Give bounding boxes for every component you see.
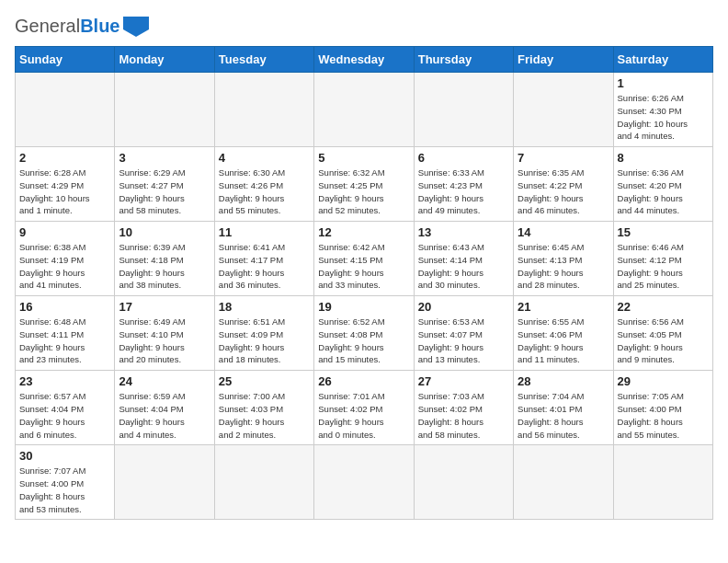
calendar-week-row: 9Sunrise: 6:38 AM Sunset: 4:19 PM Daylig… [16, 222, 713, 296]
day-info: Sunrise: 6:49 AM Sunset: 4:10 PM Dayligh… [119, 316, 210, 366]
calendar-cell [214, 445, 313, 520]
day-info: Sunrise: 6:33 AM Sunset: 4:23 PM Dayligh… [418, 167, 509, 217]
calendar-week-row: 16Sunrise: 6:48 AM Sunset: 4:11 PM Dayli… [16, 296, 713, 371]
calendar-cell [314, 445, 414, 520]
day-info: Sunrise: 6:28 AM Sunset: 4:29 PM Dayligh… [19, 167, 110, 217]
day-header-wednesday: Wednesday [314, 47, 414, 73]
calendar-cell: 18Sunrise: 6:51 AM Sunset: 4:09 PM Dayli… [214, 296, 313, 371]
calendar-cell: 25Sunrise: 7:00 AM Sunset: 4:03 PM Dayli… [214, 371, 313, 445]
day-info: Sunrise: 6:55 AM Sunset: 4:06 PM Dayligh… [518, 316, 609, 366]
calendar-cell: 15Sunrise: 6:46 AM Sunset: 4:12 PM Dayli… [613, 222, 712, 296]
day-header-tuesday: Tuesday [214, 47, 313, 73]
day-info: Sunrise: 7:01 AM Sunset: 4:02 PM Dayligh… [318, 390, 409, 441]
day-info: Sunrise: 6:56 AM Sunset: 4:05 PM Dayligh… [618, 316, 709, 366]
day-header-friday: Friday [514, 47, 613, 73]
day-info: Sunrise: 6:46 AM Sunset: 4:12 PM Dayligh… [618, 241, 709, 292]
calendar-cell [414, 73, 513, 147]
day-number: 2 [19, 151, 110, 165]
calendar-cell [514, 445, 613, 520]
calendar-cell: 2Sunrise: 6:28 AM Sunset: 4:29 PM Daylig… [16, 147, 115, 222]
day-number: 27 [418, 374, 509, 388]
calendar-cell: 24Sunrise: 6:59 AM Sunset: 4:04 PM Dayli… [115, 371, 214, 445]
day-number: 29 [618, 374, 709, 388]
day-info: Sunrise: 6:43 AM Sunset: 4:14 PM Dayligh… [418, 241, 509, 292]
day-number: 16 [19, 300, 110, 314]
day-number: 23 [19, 374, 110, 388]
day-number: 24 [119, 374, 210, 388]
day-number: 5 [318, 151, 409, 165]
day-info: Sunrise: 7:04 AM Sunset: 4:01 PM Dayligh… [518, 390, 609, 441]
logo: GeneralBlue [15, 15, 149, 37]
day-number: 13 [418, 225, 509, 239]
calendar-cell: 14Sunrise: 6:45 AM Sunset: 4:13 PM Dayli… [514, 222, 613, 296]
day-number: 18 [219, 300, 310, 314]
day-info: Sunrise: 6:32 AM Sunset: 4:25 PM Dayligh… [318, 167, 409, 217]
day-info: Sunrise: 6:53 AM Sunset: 4:07 PM Dayligh… [418, 316, 509, 366]
calendar-cell [314, 73, 414, 147]
calendar-week-row: 30Sunrise: 7:07 AM Sunset: 4:00 PM Dayli… [16, 445, 713, 520]
day-info: Sunrise: 6:36 AM Sunset: 4:20 PM Dayligh… [618, 167, 709, 217]
day-info: Sunrise: 7:00 AM Sunset: 4:03 PM Dayligh… [219, 390, 310, 441]
calendar-cell: 21Sunrise: 6:55 AM Sunset: 4:06 PM Dayli… [514, 296, 613, 371]
calendar-cell: 7Sunrise: 6:35 AM Sunset: 4:22 PM Daylig… [514, 147, 613, 222]
day-info: Sunrise: 6:39 AM Sunset: 4:18 PM Dayligh… [119, 241, 210, 292]
calendar-cell: 22Sunrise: 6:56 AM Sunset: 4:05 PM Dayli… [613, 296, 712, 371]
calendar-week-row: 23Sunrise: 6:57 AM Sunset: 4:04 PM Dayli… [16, 371, 713, 445]
day-number: 11 [219, 225, 310, 239]
logo-icon [123, 17, 149, 37]
calendar-cell [214, 73, 313, 147]
calendar-cell: 4Sunrise: 6:30 AM Sunset: 4:26 PM Daylig… [214, 147, 313, 222]
calendar-cell: 29Sunrise: 7:05 AM Sunset: 4:00 PM Dayli… [613, 371, 712, 445]
calendar-cell [514, 73, 613, 147]
day-number: 30 [19, 449, 110, 463]
day-number: 9 [19, 225, 110, 239]
day-number: 21 [518, 300, 609, 314]
calendar-cell: 11Sunrise: 6:41 AM Sunset: 4:17 PM Dayli… [214, 222, 313, 296]
day-number: 22 [618, 300, 709, 314]
day-header-thursday: Thursday [414, 47, 513, 73]
day-number: 14 [518, 225, 609, 239]
calendar-table: SundayMondayTuesdayWednesdayThursdayFrid… [15, 46, 713, 520]
day-number: 19 [318, 300, 409, 314]
day-info: Sunrise: 6:35 AM Sunset: 4:22 PM Dayligh… [518, 167, 609, 217]
calendar-cell: 5Sunrise: 6:32 AM Sunset: 4:25 PM Daylig… [314, 147, 414, 222]
day-number: 28 [518, 374, 609, 388]
day-info: Sunrise: 6:41 AM Sunset: 4:17 PM Dayligh… [219, 241, 310, 292]
calendar-cell: 12Sunrise: 6:42 AM Sunset: 4:15 PM Dayli… [314, 222, 414, 296]
calendar-header: SundayMondayTuesdayWednesdayThursdayFrid… [16, 47, 713, 73]
calendar-cell: 3Sunrise: 6:29 AM Sunset: 4:27 PM Daylig… [115, 147, 214, 222]
calendar-cell: 9Sunrise: 6:38 AM Sunset: 4:19 PM Daylig… [16, 222, 115, 296]
day-headers-row: SundayMondayTuesdayWednesdayThursdayFrid… [16, 47, 713, 73]
calendar-cell: 10Sunrise: 6:39 AM Sunset: 4:18 PM Dayli… [115, 222, 214, 296]
calendar-cell [16, 73, 115, 147]
calendar-cell: 20Sunrise: 6:53 AM Sunset: 4:07 PM Dayli… [414, 296, 513, 371]
day-info: Sunrise: 7:05 AM Sunset: 4:00 PM Dayligh… [618, 390, 709, 441]
calendar-cell: 23Sunrise: 6:57 AM Sunset: 4:04 PM Dayli… [16, 371, 115, 445]
calendar-cell: 13Sunrise: 6:43 AM Sunset: 4:14 PM Dayli… [414, 222, 513, 296]
calendar-cell: 30Sunrise: 7:07 AM Sunset: 4:00 PM Dayli… [16, 445, 115, 520]
day-number: 1 [618, 76, 709, 90]
calendar-week-row: 1Sunrise: 6:26 AM Sunset: 4:30 PM Daylig… [16, 73, 713, 147]
day-number: 12 [318, 225, 409, 239]
day-info: Sunrise: 6:29 AM Sunset: 4:27 PM Dayligh… [119, 167, 210, 217]
day-number: 7 [518, 151, 609, 165]
svg-marker-0 [123, 17, 149, 37]
day-number: 25 [219, 374, 310, 388]
calendar-cell [613, 445, 712, 520]
day-number: 26 [318, 374, 409, 388]
day-info: Sunrise: 7:03 AM Sunset: 4:02 PM Dayligh… [418, 390, 509, 441]
day-info: Sunrise: 6:45 AM Sunset: 4:13 PM Dayligh… [518, 241, 609, 292]
day-info: Sunrise: 6:48 AM Sunset: 4:11 PM Dayligh… [19, 316, 110, 366]
day-info: Sunrise: 6:52 AM Sunset: 4:08 PM Dayligh… [318, 316, 409, 366]
calendar-cell [414, 445, 513, 520]
calendar-cell: 8Sunrise: 6:36 AM Sunset: 4:20 PM Daylig… [613, 147, 712, 222]
day-info: Sunrise: 6:26 AM Sunset: 4:30 PM Dayligh… [618, 92, 709, 143]
day-number: 20 [418, 300, 509, 314]
day-header-monday: Monday [115, 47, 214, 73]
day-info: Sunrise: 7:07 AM Sunset: 4:00 PM Dayligh… [19, 465, 110, 515]
day-number: 6 [418, 151, 509, 165]
day-number: 15 [618, 225, 709, 239]
calendar-body: 1Sunrise: 6:26 AM Sunset: 4:30 PM Daylig… [16, 73, 713, 520]
day-header-saturday: Saturday [613, 47, 712, 73]
calendar-cell [115, 445, 214, 520]
